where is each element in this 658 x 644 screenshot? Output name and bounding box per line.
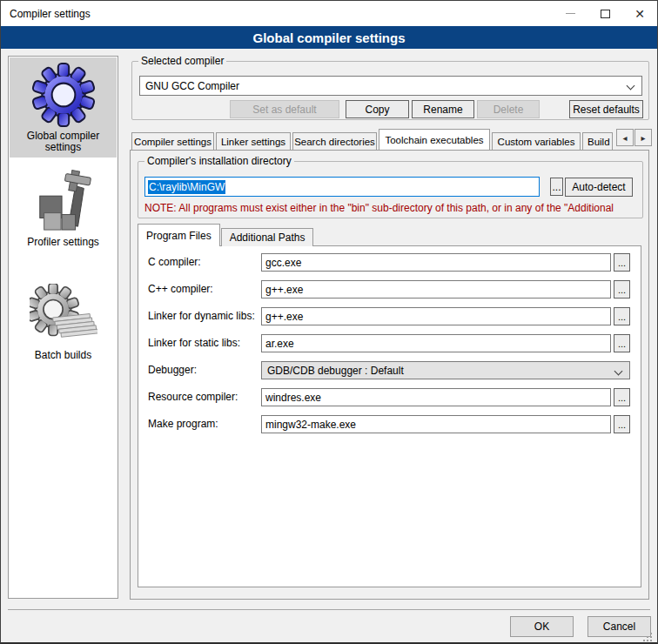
- reset-defaults-button[interactable]: Reset defaults: [569, 100, 643, 118]
- rename-button[interactable]: Rename: [412, 100, 474, 118]
- maximize-button[interactable]: [588, 1, 622, 26]
- arrow-left-icon: ◂: [622, 133, 627, 143]
- program-files-panel: C compiler: ... C++ compiler: ... Linker…: [138, 245, 641, 587]
- resource-compiler-input[interactable]: [261, 388, 611, 406]
- compiler-select-value: GNU GCC Compiler: [145, 80, 239, 92]
- titlebar: Compiler settings ✕: [1, 1, 657, 26]
- tab-scroll-arrows: ◂ ▸: [615, 129, 652, 146]
- sidebar-item-label: Batch builds: [35, 350, 91, 361]
- close-button[interactable]: ✕: [622, 1, 657, 26]
- close-icon: ✕: [634, 8, 645, 20]
- sidebar-item-label: Profiler settings: [27, 237, 99, 248]
- minimize-icon: [566, 13, 575, 14]
- blue-gear-icon: [31, 63, 96, 127]
- installation-directory-group: Compiler's installation directory C:\ray…: [138, 161, 643, 218]
- installation-directory-legend: Compiler's installation directory: [144, 155, 294, 167]
- chevron-down-icon: [627, 82, 635, 91]
- resource-compiler-browse-button[interactable]: ...: [614, 388, 630, 406]
- c-compiler-input[interactable]: [261, 253, 611, 272]
- copy-button[interactable]: Copy: [346, 100, 409, 118]
- field-row-debugger: Debugger: GDB/CDB debugger : Default: [138, 361, 641, 379]
- page-title: Global compiler settings: [252, 30, 405, 45]
- c-compiler-label: C compiler:: [148, 256, 201, 268]
- tab-scroll-right-button[interactable]: ▸: [634, 129, 652, 146]
- linker-static-label: Linker for static libs:: [148, 337, 240, 349]
- installation-directory-value: C:\raylib\MinGW: [148, 180, 225, 194]
- page-header: Global compiler settings: [1, 26, 657, 49]
- settings-tabstrip: Compiler settings Linker settings Search…: [131, 129, 614, 150]
- debugger-select[interactable]: GDB/CDB debugger : Default: [261, 361, 630, 379]
- tab-linker-settings[interactable]: Linker settings: [216, 132, 291, 150]
- make-program-label: Make program:: [148, 418, 218, 430]
- linker-dynamic-browse-button[interactable]: ...: [614, 307, 630, 325]
- settings-sidebar: Global compiler settings Profiler settin…: [8, 56, 118, 599]
- ok-button[interactable]: OK: [510, 616, 574, 637]
- sidebar-item-global-compiler-settings[interactable]: Global compiler settings: [10, 57, 117, 158]
- set-as-default-button[interactable]: Set as default: [230, 100, 339, 118]
- resize-grip[interactable]: [643, 633, 645, 634]
- installation-directory-input[interactable]: C:\raylib\MinGW: [144, 177, 540, 197]
- bin-subdirectory-note: NOTE: All programs must exist either in …: [144, 202, 639, 214]
- tab-program-files[interactable]: Program Files: [138, 224, 220, 246]
- field-row-c-compiler: C compiler: ...: [138, 253, 641, 272]
- field-row-make-program: Make program: ...: [138, 415, 641, 433]
- tab-compiler-settings[interactable]: Compiler settings: [131, 132, 214, 150]
- toolchain-executables-panel: Compiler's installation directory C:\ray…: [130, 150, 649, 600]
- tab-toolchain-executables[interactable]: Toolchain executables: [379, 129, 490, 150]
- arrow-right-icon: ▸: [641, 133, 645, 143]
- cpp-compiler-browse-button[interactable]: ...: [614, 280, 630, 299]
- tab-custom-variables[interactable]: Custom variables: [492, 132, 581, 150]
- debugger-label: Debugger:: [148, 364, 197, 376]
- sidebar-item-label: Global compiler settings: [11, 131, 115, 153]
- linker-static-input[interactable]: [261, 334, 611, 352]
- chevron-down-icon: [614, 367, 623, 376]
- tab-additional-paths[interactable]: Additional Paths: [221, 228, 314, 246]
- delete-button[interactable]: Delete: [477, 100, 540, 118]
- maximize-icon: [601, 10, 610, 18]
- program-files-tabstrip: Program Files Additional Paths: [138, 224, 314, 246]
- linker-static-browse-button[interactable]: ...: [614, 334, 630, 352]
- linker-dynamic-input[interactable]: [261, 307, 611, 325]
- tab-search-directories[interactable]: Search directories: [292, 132, 377, 150]
- minimize-button[interactable]: [553, 1, 588, 26]
- window-title: Compiler settings: [1, 8, 553, 20]
- debugger-select-value: GDB/CDB debugger : Default: [267, 365, 404, 377]
- field-row-resource-compiler: Resource compiler: ...: [138, 388, 641, 406]
- sidebar-item-batch-builds[interactable]: Batch builds: [10, 272, 117, 372]
- selected-compiler-group: Selected compiler GNU GCC Compiler Set a…: [131, 61, 649, 120]
- browse-directory-button[interactable]: ...: [550, 178, 563, 196]
- window-controls: ✕: [553, 1, 657, 26]
- cpp-compiler-input[interactable]: [261, 280, 611, 299]
- batch-builds-gear-icon: [30, 284, 97, 346]
- compiler-settings-dialog: Compiler settings ✕ Global compiler sett…: [0, 0, 658, 644]
- profiler-caliper-icon: [33, 169, 94, 233]
- auto-detect-button[interactable]: Auto-detect: [565, 178, 633, 197]
- field-row-linker-static: Linker for static libs: ...: [138, 334, 641, 352]
- footer-divider: [8, 609, 650, 610]
- tab-scroll-left-button[interactable]: ◂: [616, 129, 634, 146]
- selected-compiler-legend: Selected compiler: [138, 55, 226, 67]
- linker-dynamic-label: Linker for dynamic libs:: [148, 310, 255, 322]
- tab-build-options[interactable]: Build: [582, 132, 613, 150]
- make-program-input[interactable]: [261, 415, 611, 433]
- cancel-button[interactable]: Cancel: [588, 616, 651, 637]
- sidebar-item-profiler-settings[interactable]: Profiler settings: [10, 160, 117, 256]
- field-row-cpp-compiler: C++ compiler: ...: [138, 280, 641, 299]
- compiler-select[interactable]: GNU GCC Compiler: [139, 76, 642, 96]
- dialog-body: Global compiler settings Profiler settin…: [1, 49, 657, 643]
- field-row-linker-dynamic: Linker for dynamic libs: ...: [138, 307, 641, 325]
- c-compiler-browse-button[interactable]: ...: [614, 253, 630, 272]
- cpp-compiler-label: C++ compiler:: [148, 283, 213, 295]
- resource-compiler-label: Resource compiler:: [148, 391, 238, 403]
- make-program-browse-button[interactable]: ...: [614, 415, 630, 433]
